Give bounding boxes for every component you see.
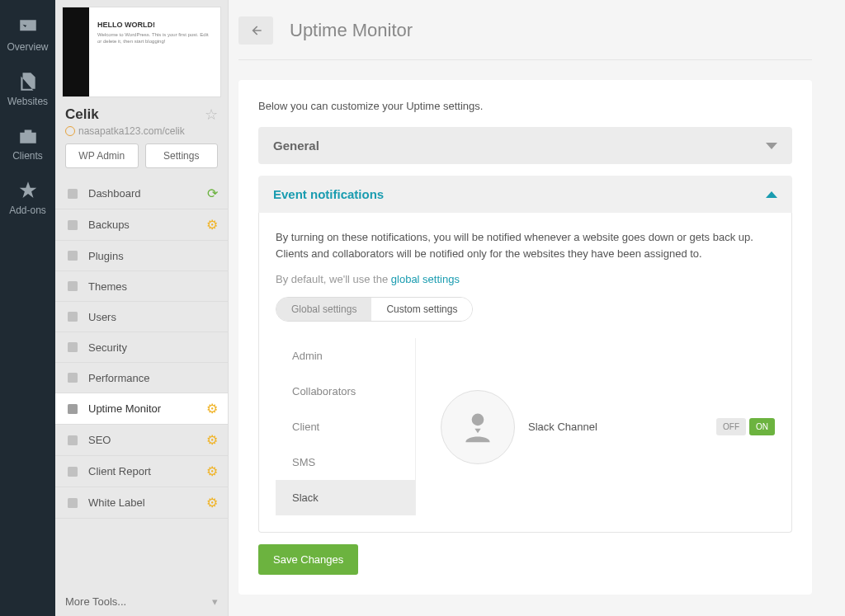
nav-icon	[65, 496, 80, 510]
channel-avatar	[441, 390, 515, 464]
save-changes-button[interactable]: Save Changes	[258, 544, 358, 575]
person-icon	[460, 409, 496, 445]
gear-icon: ⚙	[206, 495, 218, 510]
monitor-icon	[17, 16, 39, 38]
nav-item-themes[interactable]: Themes	[55, 271, 228, 302]
svg-rect-9	[68, 467, 78, 477]
rail-websites[interactable]: Websites	[0, 61, 55, 115]
settings-button[interactable]: Settings	[145, 143, 219, 168]
nav-item-plugins[interactable]: Plugins	[55, 241, 228, 271]
rail-overview[interactable]: Overview	[0, 7, 55, 61]
svg-rect-6	[68, 373, 78, 383]
nav-item-label: Performance	[88, 372, 149, 384]
rail-addons[interactable]: Add-ons	[0, 170, 55, 224]
nav-icon	[65, 433, 80, 448]
nav-item-uptime-monitor[interactable]: Uptime Monitor⚙	[55, 393, 228, 425]
star-icon	[17, 180, 39, 201]
nav-icon	[65, 464, 80, 479]
gear-icon: ⚙	[206, 463, 218, 479]
back-button[interactable]	[238, 16, 273, 45]
general-panel-header[interactable]: General	[258, 127, 792, 164]
nav-icon	[65, 370, 80, 385]
global-settings-link[interactable]: global settings	[391, 273, 460, 285]
briefcase-icon	[17, 125, 39, 147]
nav-item-users[interactable]: Users	[55, 302, 228, 332]
nav-item-backups[interactable]: Backups⚙	[55, 209, 228, 241]
favorite-star-icon[interactable]: ☆	[205, 106, 218, 124]
tab-sms[interactable]: SMS	[276, 444, 415, 480]
nav-icon	[65, 279, 80, 294]
tab-client[interactable]: Client	[276, 409, 415, 444]
wp-admin-button[interactable]: WP Admin	[65, 143, 139, 168]
channel-toggle: OFF ON	[716, 418, 775, 435]
nav-icon	[65, 402, 80, 416]
nav-item-label: White Label	[88, 496, 145, 509]
notification-tabs: AdminCollaboratorsClientSMSSlack	[276, 338, 416, 515]
page-title: Uptime Monitor	[290, 20, 413, 41]
channel-label: Slack Channel	[528, 421, 703, 433]
settings-segment: Global settings Custom settings	[276, 297, 473, 322]
more-tools[interactable]: More Tools... ▾	[55, 587, 228, 616]
site-sidebar: HELLO WORLD! Welcome to WordPress. This …	[55, 0, 229, 616]
nav-item-security[interactable]: Security	[55, 332, 228, 363]
rail-label: Websites	[7, 96, 48, 107]
nav-item-client-report[interactable]: Client Report⚙	[55, 456, 228, 487]
tab-slack[interactable]: Slack	[276, 480, 415, 515]
event-panel-header[interactable]: Event notifications	[258, 176, 792, 213]
nav-item-label: Uptime Monitor	[88, 402, 161, 415]
default-note: By default, we'll use the global setting…	[276, 273, 775, 285]
svg-rect-2	[68, 251, 78, 261]
gear-icon: ⚙	[206, 217, 218, 233]
event-note: By turning on these notifications, you w…	[276, 229, 775, 261]
chevron-up-icon	[766, 191, 777, 198]
nav-item-label: Plugins	[88, 250, 124, 262]
nav-item-label: Users	[88, 311, 116, 323]
chevron-down-icon	[766, 143, 777, 149]
arrow-left-icon	[248, 22, 264, 39]
event-panel-body: By turning on these notifications, you w…	[258, 213, 792, 533]
seg-global-button[interactable]: Global settings	[276, 298, 371, 321]
toggle-on[interactable]: ON	[749, 418, 775, 435]
rail-label: Clients	[12, 150, 43, 162]
nav-item-label: Backups	[88, 219, 130, 231]
files-icon	[17, 71, 39, 92]
main-rail: Overview Websites Clients Add-ons	[0, 0, 55, 616]
thumb-text: Welcome to WordPress. This is your first…	[97, 32, 212, 45]
svg-rect-8	[68, 435, 78, 445]
nav-icon	[65, 309, 80, 324]
nav-icon	[65, 218, 80, 233]
tab-collaborators[interactable]: Collaborators	[276, 374, 415, 409]
nav-item-dashboard[interactable]: Dashboard⟳	[55, 178, 228, 209]
thumb-title: HELLO WORLD!	[97, 21, 212, 29]
gear-icon: ⚙	[206, 401, 218, 416]
gear-icon: ⚙	[206, 432, 218, 448]
site-name: Celik	[65, 106, 99, 123]
seg-custom-button[interactable]: Custom settings	[371, 298, 472, 321]
sync-icon: ⟳	[207, 186, 218, 201]
svg-rect-3	[68, 281, 78, 291]
nav-icon	[65, 248, 80, 263]
svg-rect-7	[68, 404, 78, 414]
nav-icon	[65, 186, 80, 201]
nav-item-label: Dashboard	[88, 187, 141, 200]
page-description: Below you can customize your Uptime sett…	[258, 100, 792, 112]
nav-icon	[65, 340, 80, 355]
svg-rect-1	[68, 220, 78, 230]
nav-item-label: Client Report	[88, 465, 151, 477]
rail-label: Add-ons	[9, 205, 46, 216]
nav-item-performance[interactable]: Performance	[55, 363, 228, 393]
tab-admin[interactable]: Admin	[276, 338, 415, 374]
rail-clients[interactable]: Clients	[0, 115, 55, 170]
site-nav: Dashboard⟳Backups⚙PluginsThemesUsersSecu…	[55, 178, 228, 587]
globe-icon	[65, 126, 75, 136]
rail-label: Overview	[7, 41, 48, 53]
toggle-off[interactable]: OFF	[716, 418, 746, 435]
nav-item-label: SEO	[88, 434, 111, 446]
nav-item-white-label[interactable]: White Label⚙	[55, 487, 228, 519]
site-thumbnail[interactable]: HELLO WORLD! Welcome to WordPress. This …	[62, 7, 221, 97]
site-url[interactable]: nasapatka123.com/celik	[65, 125, 218, 137]
nav-item-label: Themes	[88, 280, 127, 293]
svg-rect-0	[68, 189, 78, 199]
nav-item-seo[interactable]: SEO⚙	[55, 425, 228, 456]
nav-item-label: Security	[88, 341, 127, 354]
